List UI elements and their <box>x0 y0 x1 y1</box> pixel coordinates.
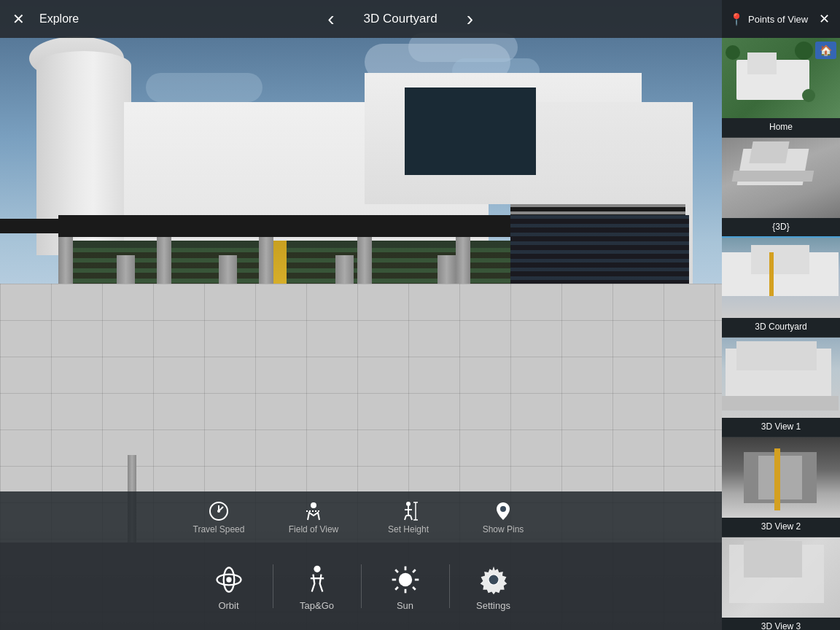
pov-label-view1: 3D View 1 <box>722 418 840 437</box>
pov-label-courtyard: 3D Courtyard <box>722 318 840 337</box>
pov-item-3d[interactable]: {3D} <box>722 138 840 238</box>
sidebar-header-title: Points of View <box>748 14 808 25</box>
primary-toolbar: Orbit Tap&Go <box>0 542 722 630</box>
orbit-tool[interactable]: Orbit <box>189 550 269 623</box>
roof-slab <box>58 215 510 237</box>
travel-speed-label: Travel Speed <box>193 524 245 534</box>
show-pins-label: Show Pins <box>483 524 524 534</box>
show-pins-icon <box>491 499 515 523</box>
topbar: ✕ Explore ‹ 3D Courtyard › <box>0 0 722 38</box>
settings-icon <box>476 562 511 597</box>
svg-line-26 <box>413 587 416 590</box>
settings-tool[interactable]: Settings <box>454 550 534 623</box>
sidebar-header-left: 📍 Points of View <box>729 12 808 26</box>
secondary-toolbar: Travel Speed Field of View <box>0 491 722 542</box>
scene-title: 3D Courtyard <box>364 12 438 26</box>
pov-thumb-courtyard <box>722 238 840 318</box>
pov-label-home: Home <box>722 118 840 137</box>
sidebar-close-button[interactable]: ✕ <box>816 8 833 30</box>
pov-thumb-view1 <box>722 338 840 418</box>
show-pins-tool[interactable]: Show Pins <box>456 494 551 541</box>
field-of-view-tool[interactable]: Field of View <box>266 494 361 541</box>
sun-label: Sun <box>397 600 413 611</box>
svg-line-11 <box>411 516 412 520</box>
pov-item-view3[interactable]: 3D View 3 <box>722 537 840 630</box>
viewport: ✕ Explore ‹ 3D Courtyard › Travel Speed <box>0 0 722 630</box>
travel-speed-icon <box>207 499 230 523</box>
field-of-view-icon <box>302 499 325 523</box>
pov-label-view3: 3D View 3 <box>722 618 840 630</box>
svg-line-10 <box>405 516 406 520</box>
svg-point-30 <box>489 575 498 584</box>
pin-icon: 📍 <box>729 12 744 26</box>
tap-go-label: Tap&Go <box>300 600 334 611</box>
field-of-view-label: Field of View <box>289 524 338 534</box>
close-button[interactable]: ✕ <box>0 0 36 38</box>
pov-thumb-view2 <box>722 438 840 518</box>
pov-thumb-home: 🏠 <box>722 38 840 118</box>
svg-line-28 <box>395 587 398 590</box>
set-height-icon <box>397 499 420 523</box>
svg-point-18 <box>226 577 231 582</box>
svg-point-20 <box>398 572 411 586</box>
svg-line-27 <box>413 569 416 572</box>
set-height-label: Set Height <box>388 524 429 534</box>
home-badge: 🏠 <box>815 42 836 59</box>
svg-point-4 <box>311 502 316 508</box>
sun-tool[interactable]: Sun <box>365 550 446 623</box>
divider-2 <box>361 564 362 608</box>
divider-1 <box>273 564 273 608</box>
settings-label: Settings <box>476 600 510 611</box>
topbar-nav: ‹ 3D Courtyard › <box>79 4 722 34</box>
svg-point-19 <box>314 565 320 572</box>
pov-item-home[interactable]: 🏠 Home <box>722 38 840 138</box>
pov-item-courtyard[interactable]: 3D Courtyard <box>722 238 840 338</box>
set-height-tool[interactable]: Set Height <box>361 494 456 541</box>
window-upper <box>405 88 536 175</box>
prev-button[interactable]: ‹ <box>320 4 341 34</box>
pov-item-view2[interactable]: 3D View 2 <box>722 438 840 537</box>
pov-label-3d: {3D} <box>722 218 840 237</box>
tap-go-tool[interactable]: Tap&Go <box>277 550 357 623</box>
orbit-label: Orbit <box>218 600 238 611</box>
svg-point-6 <box>406 502 411 506</box>
orbit-icon <box>211 562 246 597</box>
next-button[interactable]: › <box>459 4 481 34</box>
divider-3 <box>449 564 450 608</box>
pov-thumb-3d <box>722 138 840 218</box>
sun-icon <box>388 562 423 597</box>
points-of-view-panel: 📍 Points of View ✕ 🏠 Home <box>722 0 840 630</box>
pov-thumb-view3 <box>722 537 840 618</box>
svg-point-15 <box>500 506 506 512</box>
sidebar-header: 📍 Points of View ✕ <box>722 0 840 38</box>
tap-go-icon <box>300 562 335 597</box>
pov-label-view2: 3D View 2 <box>722 518 840 537</box>
explore-label: Explore <box>39 12 79 26</box>
travel-speed-tool[interactable]: Travel Speed <box>171 494 266 541</box>
svg-line-25 <box>395 569 398 572</box>
pov-item-view1[interactable]: 3D View 1 <box>722 338 840 438</box>
